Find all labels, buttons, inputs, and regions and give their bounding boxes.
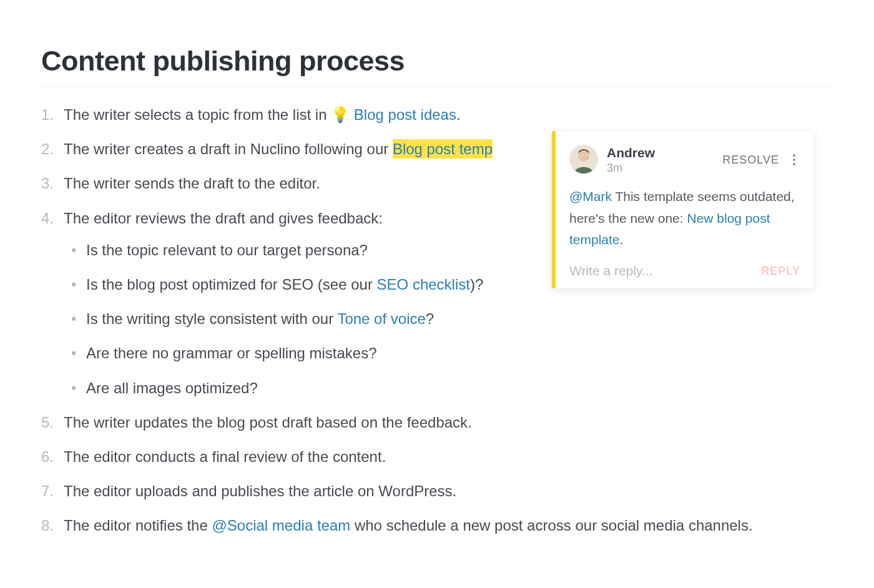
list-text: Are all images optimized? xyxy=(86,380,258,396)
comment-timestamp: 3m xyxy=(607,162,722,175)
page-title: Content publishing process xyxy=(41,45,833,87)
list-item[interactable]: Are there no grammar or spelling mistake… xyxy=(64,341,833,365)
kebab-dot-icon xyxy=(793,154,795,157)
list-item[interactable]: The editor uploads and publishes the art… xyxy=(41,479,833,502)
list-text: )? xyxy=(470,276,483,293)
avatar-icon xyxy=(569,145,598,174)
list-item[interactable]: The editor notifies the @Social media te… xyxy=(41,514,833,537)
comment-author-block: Andrew 3m xyxy=(607,145,722,175)
list-text: who schedule a new post across our socia… xyxy=(350,517,752,534)
more-options-button[interactable] xyxy=(788,152,800,168)
list-text: Is the writing style consistent with our xyxy=(86,310,337,327)
list-text: . xyxy=(456,106,461,123)
list-text: The editor reviews the draft and gives f… xyxy=(64,210,383,227)
svg-point-1 xyxy=(578,150,589,162)
list-text: The writer creates a draft in Nuclino fo… xyxy=(64,140,393,157)
comment-card: Andrew 3m RESOLVE @Mark This template se… xyxy=(552,131,814,288)
kebab-dot-icon xyxy=(793,163,795,165)
list-text: The writer selects a topic from the list… xyxy=(64,106,331,123)
list-text: The editor uploads and publishes the art… xyxy=(64,483,456,499)
list-text: ? xyxy=(426,310,434,327)
mention-mark[interactable]: @Mark xyxy=(569,189,612,203)
comment-text: . xyxy=(620,232,624,247)
kebab-dot-icon xyxy=(793,159,795,161)
comment-author-name: Andrew xyxy=(607,145,722,160)
link-blog-post-template-highlighted[interactable]: Blog post temp xyxy=(393,139,493,159)
comment-reply-row: REPLY xyxy=(569,263,800,278)
list-text: The editor notifies the xyxy=(64,517,212,534)
list-item[interactable]: The editor conducts a final review of th… xyxy=(41,445,833,468)
list-text: Is the topic relevant to our target pers… xyxy=(86,242,368,258)
link-tone-of-voice[interactable]: Tone of voice xyxy=(337,310,425,327)
avatar[interactable] xyxy=(569,145,598,174)
mention-social-media-team[interactable]: @Social media team xyxy=(212,517,350,534)
link-seo-checklist[interactable]: SEO checklist xyxy=(377,276,470,293)
comment-body: @Mark This template seems outdated, here… xyxy=(569,186,800,251)
list-text: Are there no grammar or spelling mistake… xyxy=(86,345,377,361)
list-item[interactable]: The writer selects a topic from the list… xyxy=(41,103,833,126)
reply-input[interactable] xyxy=(569,263,761,278)
list-item[interactable]: Are all images optimized? xyxy=(64,376,833,399)
document-page: Content publishing process The writer se… xyxy=(0,0,874,573)
list-text: Is the blog post optimized for SEO (see … xyxy=(86,276,377,293)
list-text: The editor conducts a final review of th… xyxy=(64,448,386,465)
resolve-button[interactable]: RESOLVE xyxy=(722,154,779,167)
reply-button[interactable]: REPLY xyxy=(761,265,800,278)
list-text: The writer updates the blog post draft b… xyxy=(64,414,472,431)
comment-header: Andrew 3m RESOLVE xyxy=(569,145,800,175)
list-text: The writer sends the draft to the editor… xyxy=(64,175,320,192)
lightbulb-icon: 💡 xyxy=(331,106,350,123)
list-item[interactable]: The writer updates the blog post draft b… xyxy=(41,411,833,434)
link-blog-post-ideas[interactable]: Blog post ideas xyxy=(354,106,456,123)
